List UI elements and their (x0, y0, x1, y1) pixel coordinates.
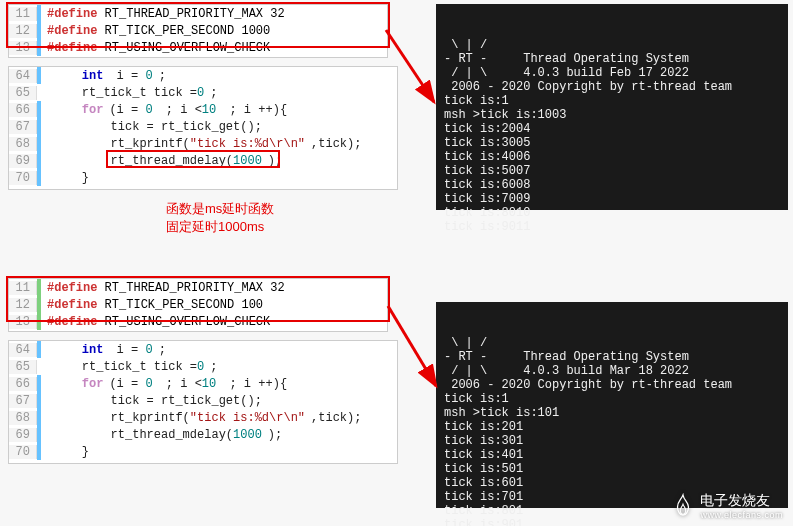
terminal-line: / | \ 4.0.3 build Mar 18 2022 (444, 364, 780, 378)
code-line[interactable]: 13#define RT_USING_OVERFLOW_CHECK (9, 313, 387, 330)
flame-icon (672, 493, 694, 519)
code-content: #define RT_USING_OVERFLOW_CHECK (41, 41, 270, 55)
bottom-terminal: \ | /- RT - Thread Operating System / | … (436, 302, 788, 508)
code-line[interactable]: 66 for(i = 0 ; i <10 ; i ++){ (9, 101, 397, 118)
terminal-line: tick is:1 (444, 94, 780, 108)
code-content: #define RT_USING_OVERFLOW_CHECK (41, 315, 270, 329)
terminal-line: tick is:6008 (444, 178, 780, 192)
terminal-line: 2006 - 2020 Copyright by rt-thread team (444, 80, 780, 94)
code-line[interactable]: 68 rt_kprintf("tick is:%d\r\n",tick); (9, 409, 397, 426)
line-number: 66 (9, 377, 37, 391)
code-content: int i = 0; (41, 343, 166, 357)
code-line[interactable]: 70 } (9, 169, 397, 186)
terminal-line: tick is:401 (444, 448, 780, 462)
line-number: 67 (9, 394, 37, 408)
terminal-line: tick is:2004 (444, 122, 780, 136)
code-line[interactable]: 11#define RT_THREAD_PRIORITY_MAX 32 (9, 5, 387, 22)
annotation-line2: 固定延时1000ms (166, 218, 274, 236)
line-number: 65 (9, 360, 37, 374)
watermark-title: 电子发烧友 (700, 492, 770, 508)
code-content: for(i = 0 ; i <10 ; i ++){ (41, 103, 287, 117)
line-number: 69 (9, 428, 37, 442)
code-content: rt_kprintf("tick is:%d\r\n",tick); (41, 137, 361, 151)
line-number: 13 (9, 315, 37, 329)
terminal-line: tick is:7009 (444, 192, 780, 206)
terminal-line: \ | / (444, 38, 780, 52)
line-number: 64 (9, 343, 37, 357)
line-number: 67 (9, 120, 37, 134)
code-line[interactable]: 11#define RT_THREAD_PRIORITY_MAX 32 (9, 279, 387, 296)
code-content: rt_thread_mdelay(1000); (41, 428, 282, 442)
code-content: for(i = 0 ; i <10 ; i ++){ (41, 377, 287, 391)
line-number: 12 (9, 24, 37, 38)
code-line[interactable]: 69 rt_thread_mdelay(1000); (9, 152, 397, 169)
line-number: 12 (9, 298, 37, 312)
code-line[interactable]: 64 int i = 0; (9, 67, 397, 84)
terminal-line: tick is:301 (444, 434, 780, 448)
code-line[interactable]: 13#define RT_USING_OVERFLOW_CHECK (9, 39, 387, 56)
top-define-panel: 11#define RT_THREAD_PRIORITY_MAX 3212#de… (8, 4, 388, 58)
terminal-line: 2006 - 2020 Copyright by rt-thread team (444, 378, 780, 392)
terminal-line: msh >tick is:101 (444, 406, 780, 420)
code-line[interactable]: 65 rt_tick_t tick =0; (9, 358, 397, 375)
terminal-line: - RT - Thread Operating System (444, 350, 780, 364)
code-content: rt_thread_mdelay(1000); (41, 154, 282, 168)
code-content: rt_tick_t tick =0; (41, 360, 217, 374)
line-number: 11 (9, 281, 37, 295)
bottom-code-panel: 64 int i = 0;65 rt_tick_t tick =0;66 for… (8, 340, 398, 464)
line-number: 66 (9, 103, 37, 117)
terminal-line: msh >tick is:1003 (444, 108, 780, 122)
line-number: 70 (9, 171, 37, 185)
code-line[interactable]: 69 rt_thread_mdelay(1000); (9, 426, 397, 443)
line-number: 68 (9, 411, 37, 425)
line-number: 65 (9, 86, 37, 100)
code-content: rt_tick_t tick =0; (41, 86, 217, 100)
code-line[interactable]: 12#define RT_TICK_PER_SECOND 100 (9, 296, 387, 313)
code-line[interactable]: 66 for(i = 0 ; i <10 ; i ++){ (9, 375, 397, 392)
bottom-define-panel: 11#define RT_THREAD_PRIORITY_MAX 3212#de… (8, 278, 388, 332)
code-content: rt_kprintf("tick is:%d\r\n",tick); (41, 411, 361, 425)
code-content: } (41, 171, 89, 185)
code-content: #define RT_THREAD_PRIORITY_MAX 32 (41, 7, 285, 21)
annotation-text: 函数是ms延时函数 固定延时1000ms (166, 200, 274, 236)
terminal-line: tick is:601 (444, 476, 780, 490)
code-line[interactable]: 12#define RT_TICK_PER_SECOND 1000 (9, 22, 387, 39)
code-line[interactable]: 64 int i = 0; (9, 341, 397, 358)
code-content: #define RT_THREAD_PRIORITY_MAX 32 (41, 281, 285, 295)
terminal-line: tick is:501 (444, 462, 780, 476)
terminal-line: tick is:1 (444, 392, 780, 406)
top-code-panel: 64 int i = 0;65 rt_tick_t tick =0;66 for… (8, 66, 398, 190)
line-number: 64 (9, 69, 37, 83)
code-line[interactable]: 65 rt_tick_t tick =0; (9, 84, 397, 101)
terminal-line: tick is:9011 (444, 220, 780, 234)
code-content: #define RT_TICK_PER_SECOND 100 (41, 298, 263, 312)
line-number: 70 (9, 445, 37, 459)
line-number: 11 (9, 7, 37, 21)
terminal-line: tick is:8010 (444, 206, 780, 220)
code-content: int i = 0; (41, 69, 166, 83)
code-line[interactable]: 67 tick = rt_tick_get(); (9, 118, 397, 135)
top-terminal: \ | /- RT - Thread Operating System / | … (436, 4, 788, 210)
code-content: tick = rt_tick_get(); (41, 394, 262, 408)
watermark: 电子发烧友 www.elecfans.com (672, 492, 783, 520)
watermark-url: www.elecfans.com (700, 510, 783, 520)
terminal-line: tick is:4006 (444, 150, 780, 164)
code-content: } (41, 445, 89, 459)
code-line[interactable]: 67 tick = rt_tick_get(); (9, 392, 397, 409)
code-content: tick = rt_tick_get(); (41, 120, 262, 134)
code-content: #define RT_TICK_PER_SECOND 1000 (41, 24, 270, 38)
terminal-line: - RT - Thread Operating System (444, 52, 780, 66)
terminal-line: / | \ 4.0.3 build Feb 17 2022 (444, 66, 780, 80)
annotation-line1: 函数是ms延时函数 (166, 200, 274, 218)
terminal-line: tick is:5007 (444, 164, 780, 178)
terminal-line: tick is:201 (444, 420, 780, 434)
terminal-line: tick is:3005 (444, 136, 780, 150)
line-number: 68 (9, 137, 37, 151)
line-number: 69 (9, 154, 37, 168)
code-line[interactable]: 68 rt_kprintf("tick is:%d\r\n",tick); (9, 135, 397, 152)
line-number: 13 (9, 41, 37, 55)
terminal-line: \ | / (444, 336, 780, 350)
code-line[interactable]: 70 } (9, 443, 397, 460)
